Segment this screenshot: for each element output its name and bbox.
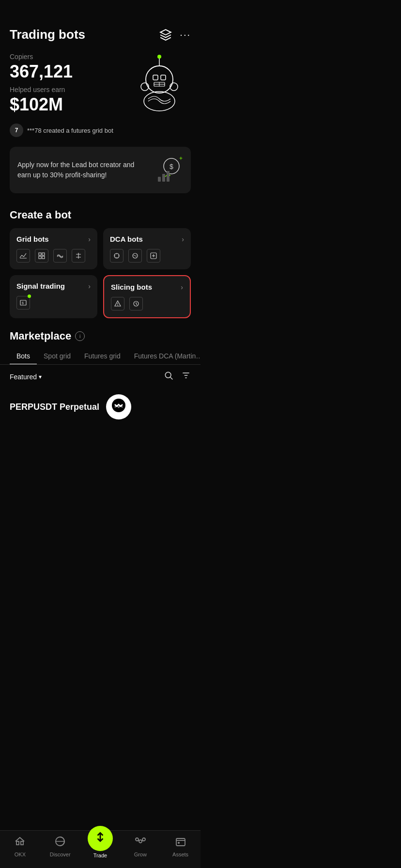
svg-point-44	[165, 372, 171, 378]
filter-chevron-icon: ▾	[39, 373, 42, 380]
grid-icon-4	[72, 249, 85, 263]
promo-banner[interactable]: Apply now for the Lead bot creator and e…	[10, 147, 191, 193]
page-header: Trading bots ···	[0, 0, 200, 48]
tab-spot-grid[interactable]: Spot grid	[37, 348, 77, 365]
marketplace-header: Marketplace i	[0, 318, 200, 348]
svg-rect-16	[158, 177, 161, 182]
dca-bots-icons	[110, 249, 184, 263]
helped-label: Helped users earn	[10, 86, 128, 93]
tab-futures-dca[interactable]: Futures DCA (Martin…	[127, 348, 200, 365]
svg-rect-4	[161, 75, 166, 80]
activity-text: ***78 created a futures grid bot	[27, 127, 113, 134]
svg-rect-22	[39, 256, 41, 259]
signal-icon-1: $	[16, 296, 30, 310]
dca-bots-label: DCA bots	[110, 235, 143, 243]
marketplace-info-icon[interactable]: i	[75, 331, 85, 341]
market-card-title: PERPUSDT Perpetual	[10, 402, 99, 412]
copiers-value: 367,121	[10, 62, 128, 82]
grid-bots-card[interactable]: Grid bots ›	[10, 228, 97, 269]
helped-value: $102M	[10, 94, 128, 115]
activity-badge: 7	[10, 124, 23, 137]
robot-illustration	[128, 53, 191, 116]
signal-trading-chevron-icon: ›	[88, 282, 91, 290]
signal-trading-icons: $	[16, 296, 91, 310]
svg-rect-21	[42, 253, 45, 255]
slicing-bots-card[interactable]: Slicing bots ›	[103, 275, 191, 318]
dca-icon-3	[147, 249, 160, 263]
grid-icon-1	[16, 249, 30, 263]
marketplace-tabs: Bots Spot grid Futures grid Futures DCA …	[0, 348, 200, 365]
tab-futures-grid[interactable]: Futures grid	[77, 348, 127, 365]
market-card-avatar	[106, 394, 131, 419]
grid-icon-2	[35, 249, 48, 263]
svg-text:$: $	[22, 301, 24, 305]
svg-rect-23	[42, 256, 45, 259]
graduation-icon-button[interactable]	[159, 29, 172, 41]
stats-left: Copiers 367,121 Helped users earn $102M	[10, 53, 128, 115]
promo-text: Apply now for the Lead bot creator and e…	[17, 160, 154, 180]
svg-rect-18	[167, 171, 170, 182]
dca-bots-chevron-icon: ›	[182, 235, 184, 243]
svg-line-45	[170, 377, 173, 380]
marketplace-title: Marketplace	[10, 330, 71, 342]
svg-point-2	[146, 66, 173, 93]
svg-text:$: $	[170, 163, 173, 170]
signal-trading-card[interactable]: Signal trading › $	[10, 275, 97, 318]
tab-bots[interactable]: Bots	[10, 348, 37, 365]
dca-bots-card[interactable]: DCA bots ›	[103, 228, 191, 269]
svg-text:+: +	[179, 155, 183, 162]
activity-bar: 7 ***78 created a futures grid bot	[0, 116, 200, 141]
header-actions: ···	[159, 29, 191, 41]
grid-bots-icons	[16, 249, 91, 263]
bot-cards-grid: Grid bots ›	[0, 228, 200, 318]
slicing-bots-icons	[111, 297, 183, 310]
grid-icon-3	[53, 249, 67, 263]
svg-point-1	[157, 55, 161, 59]
dca-icon-2	[128, 249, 142, 263]
dca-icon-1	[110, 249, 123, 263]
search-button[interactable]	[164, 371, 173, 383]
svg-rect-3	[153, 75, 158, 80]
filter-button[interactable]	[181, 371, 191, 383]
signal-trading-label: Signal trading	[16, 282, 65, 290]
filter-row: Featured ▾	[0, 365, 200, 388]
filter-label: Featured	[10, 373, 37, 381]
svg-point-40	[117, 305, 118, 306]
market-card-preview[interactable]: PERPUSDT Perpetual	[0, 388, 200, 425]
featured-filter[interactable]: Featured ▾	[10, 373, 42, 381]
svg-point-49	[112, 399, 125, 412]
svg-rect-20	[39, 253, 41, 255]
page-title: Trading bots	[10, 27, 85, 42]
slicing-icon-1	[111, 297, 124, 310]
stats-section: Copiers 367,121 Helped users earn $102M	[0, 48, 200, 116]
copiers-label: Copiers	[10, 53, 128, 61]
filter-actions	[164, 371, 191, 383]
more-options-button[interactable]: ···	[180, 29, 191, 40]
promo-illustration: $ +	[154, 155, 183, 185]
grid-bots-label: Grid bots	[16, 235, 49, 243]
slicing-icon-2	[129, 297, 143, 310]
grid-bots-chevron-icon: ›	[88, 235, 91, 243]
svg-rect-17	[162, 174, 165, 182]
svg-line-43	[136, 304, 137, 305]
slicing-bots-chevron-icon: ›	[181, 283, 183, 291]
slicing-bots-label: Slicing bots	[111, 283, 152, 291]
create-bot-title: Create a bot	[0, 199, 200, 228]
